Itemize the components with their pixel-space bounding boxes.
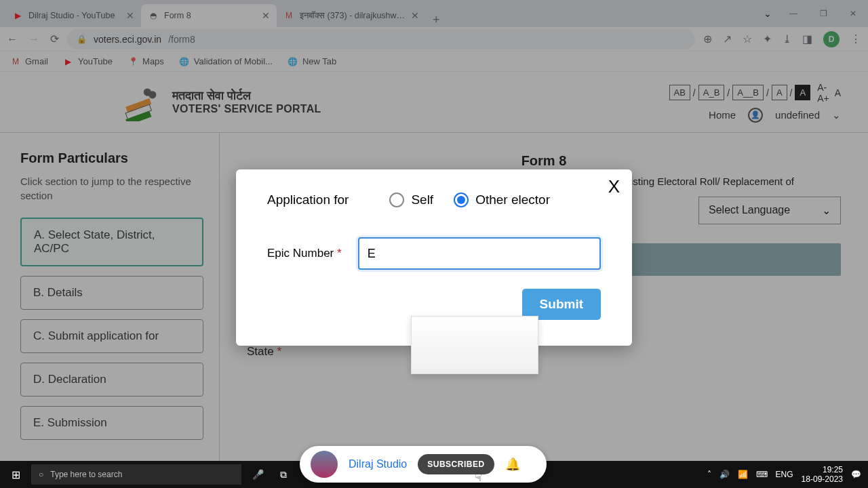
cursor-icon: ☟	[475, 470, 482, 485]
application-for-label: Application for	[267, 192, 349, 207]
required-marker: *	[337, 247, 342, 260]
modal-overlay: X Application for Self Other elector Epi…	[0, 0, 868, 488]
task-view-icon[interactable]: ⧉	[274, 465, 293, 484]
epic-number-input[interactable]	[358, 237, 601, 270]
radio-label: Other elector	[475, 192, 550, 207]
autocomplete-dropdown[interactable]	[411, 316, 538, 374]
keyboard-icon[interactable]: ⌨	[756, 470, 768, 479]
wifi-icon[interactable]: 📶	[738, 470, 748, 479]
epic-number-label: Epic Number	[267, 247, 334, 260]
subscribed-badge[interactable]: SUBSCRIBED	[418, 454, 494, 474]
time-text: 19:25	[802, 465, 843, 474]
clock[interactable]: 19:25 18-09-2023	[802, 465, 843, 485]
radio-label: Self	[411, 192, 433, 207]
channel-avatar	[311, 451, 338, 478]
mic-icon[interactable]: 🎤	[248, 465, 267, 484]
tray-chevron-icon[interactable]: ˄	[707, 470, 711, 479]
radio-self[interactable]: Self	[389, 192, 433, 207]
radio-icon	[389, 192, 404, 207]
date-text: 18-09-2023	[802, 474, 843, 484]
channel-name: Dilraj Studio	[349, 458, 407, 470]
volume-icon[interactable]: 🔊	[719, 470, 730, 479]
taskbar-search[interactable]: ○ Type here to search	[31, 464, 241, 485]
start-button[interactable]: ⊞	[0, 468, 31, 481]
modal-close-button[interactable]: X	[608, 176, 620, 197]
search-icon: ○	[39, 470, 43, 479]
youtube-subscribe-pill: Dilraj Studio SUBSCRIBED 🔔 ☟	[300, 446, 547, 483]
language-indicator[interactable]: ENG	[776, 470, 793, 479]
bell-icon[interactable]: 🔔	[505, 457, 520, 472]
search-placeholder: Type here to search	[50, 470, 122, 479]
radio-icon-selected	[454, 192, 469, 207]
notifications-icon[interactable]: 💬	[851, 470, 861, 479]
radio-other-elector[interactable]: Other elector	[454, 192, 550, 207]
